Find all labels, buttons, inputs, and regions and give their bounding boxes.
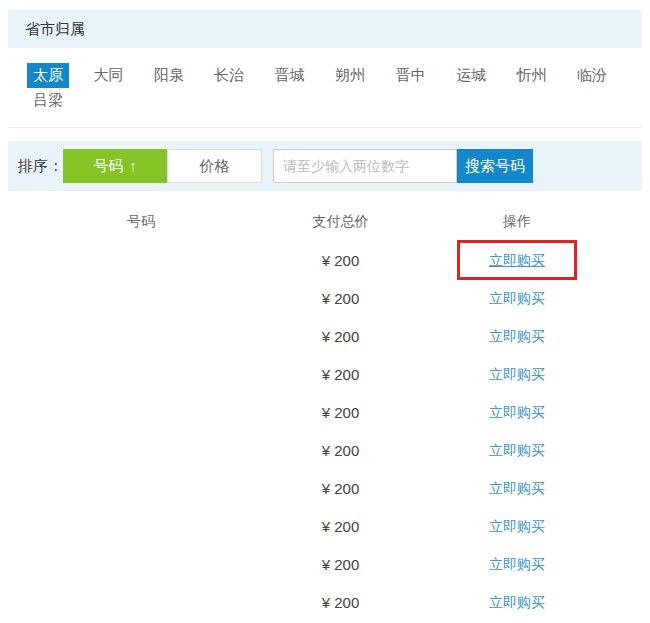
city-tab[interactable]: 运城	[450, 63, 492, 88]
buy-link-wrap: 立即购买	[489, 365, 545, 384]
city-tab[interactable]: 忻州	[511, 63, 553, 88]
buy-now-link[interactable]: 立即购买	[489, 366, 545, 382]
row-action-cell: 立即购买	[407, 289, 627, 308]
table-row: ¥ 200 立即购买	[8, 355, 642, 393]
row-price: ¥ 200	[274, 442, 407, 459]
city-tab[interactable]: 晋中	[390, 63, 432, 88]
buy-now-link[interactable]: 立即购买	[489, 404, 545, 420]
page: 省市归属 太原 大同 阳泉 长治 晋城 朔州 晋中 运城 忻州 临汾	[0, 10, 650, 623]
province-panel: 省市归属 太原 大同 阳泉 长治 晋城 朔州 晋中 运城 忻州 临汾	[8, 10, 642, 128]
row-action-cell: 立即购买	[407, 251, 627, 270]
table-row: ¥ 200 立即购买	[8, 469, 642, 507]
row-price: ¥ 200	[274, 404, 407, 421]
search-input[interactable]	[273, 149, 457, 183]
buy-now-link[interactable]: 立即购买	[489, 252, 545, 268]
buy-link-wrap: 立即购买	[489, 555, 545, 574]
city-tab[interactable]: 晋城	[269, 63, 311, 88]
row-action-cell: 立即购买	[407, 555, 627, 574]
city-tab[interactable]: 大同	[87, 63, 129, 88]
row-action-cell: 立即购买	[407, 327, 627, 346]
buy-now-link[interactable]: 立即购买	[489, 290, 545, 306]
row-price: ¥ 200	[274, 366, 407, 383]
buy-link-wrap: 立即购买	[489, 479, 545, 498]
buy-link-wrap: 立即购买	[489, 289, 545, 308]
buy-link-wrap: 立即购买	[489, 403, 545, 422]
row-action-cell: 立即购买	[407, 593, 627, 612]
row-action-cell: 立即购买	[407, 479, 627, 498]
buy-now-link[interactable]: 立即购买	[489, 518, 545, 534]
buy-link-wrap: 立即购买	[489, 593, 545, 612]
row-price: ¥ 200	[274, 480, 407, 497]
buy-link-wrap: 立即购买	[489, 327, 545, 346]
sort-label: 排序：	[18, 157, 63, 176]
row-action-cell: 立即购买	[407, 441, 627, 460]
row-price: ¥ 200	[274, 252, 407, 269]
sort-number-label: 号码	[93, 157, 123, 174]
row-price: ¥ 200	[274, 290, 407, 307]
table-header-row: 号码 支付总价 操作	[8, 203, 642, 241]
row-action-cell: 立即购买	[407, 517, 627, 536]
buy-now-link[interactable]: 立即购买	[489, 442, 545, 458]
city-tab[interactable]: 阳泉	[148, 63, 190, 88]
table-row: ¥ 200 立即购买	[8, 431, 642, 469]
sort-by-number-button[interactable]: 号码↑	[63, 149, 167, 183]
col-header-total-price: 支付总价	[274, 213, 407, 231]
panel-title: 省市归属	[8, 10, 642, 48]
buy-link-wrap: 立即购买	[489, 251, 545, 270]
search-number-button[interactable]: 搜索号码	[457, 149, 533, 183]
buy-link-wrap: 立即购买	[489, 441, 545, 460]
buy-now-link[interactable]: 立即购买	[489, 480, 545, 496]
city-tabs: 太原 大同 阳泉 长治 晋城 朔州 晋中 运城 忻州 临汾 吕梁	[8, 48, 642, 128]
row-price: ¥ 200	[274, 328, 407, 345]
row-action-cell: 立即购买	[407, 403, 627, 422]
row-price: ¥ 200	[274, 594, 407, 611]
table-row: ¥ 200 立即购买	[8, 583, 642, 621]
city-tab[interactable]: 长治	[208, 63, 250, 88]
buy-link-wrap: 立即购买	[489, 517, 545, 536]
buy-now-link[interactable]: 立即购买	[489, 556, 545, 572]
sort-by-price-button[interactable]: 价格	[167, 149, 262, 183]
table-row: ¥ 200 立即购买	[8, 545, 642, 583]
table-row: ¥ 200 立即购买	[8, 507, 642, 545]
buy-now-link[interactable]: 立即购买	[489, 594, 545, 610]
table-row: ¥ 200 立即购买	[8, 317, 642, 355]
col-header-action: 操作	[407, 213, 627, 231]
row-price: ¥ 200	[274, 518, 407, 535]
number-table: 号码 支付总价 操作 ¥ 200 立即购买 ¥ 200	[8, 203, 642, 623]
sort-bar: 排序： 号码↑ 价格 搜索号码	[8, 141, 642, 191]
row-action-cell: 立即购买	[407, 365, 627, 384]
city-tab[interactable]: 朔州	[329, 63, 371, 88]
table-row: ¥ 200 立即购买	[8, 279, 642, 317]
row-price: ¥ 200	[274, 556, 407, 573]
sort-ascending-arrow-icon: ↑	[129, 157, 137, 174]
city-tab[interactable]: 吕梁	[27, 88, 69, 113]
city-tab[interactable]: 临汾	[571, 63, 613, 88]
table-row: ¥ 200 立即购买	[8, 241, 642, 279]
col-header-number: 号码	[8, 213, 274, 231]
buy-now-link[interactable]: 立即购买	[489, 328, 545, 344]
table-row: ¥ 200 立即购买	[8, 393, 642, 431]
city-tab[interactable]: 太原	[27, 63, 69, 88]
